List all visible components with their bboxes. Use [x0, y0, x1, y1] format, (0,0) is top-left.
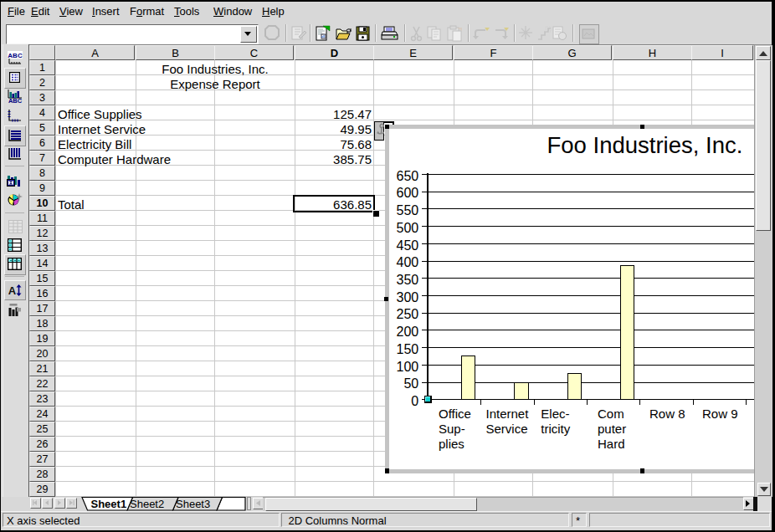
svg-text:100: 100 — [396, 360, 418, 374]
svg-text:ABC: ABC — [8, 97, 23, 103]
svg-text:50: 50 — [403, 376, 418, 391]
svg-text:400: 400 — [396, 255, 418, 269]
svg-text:450: 450 — [396, 238, 418, 253]
svg-text:200: 200 — [396, 325, 418, 339]
svg-text:Foo Industries, Inc.: Foo Industries, Inc. — [547, 132, 743, 158]
svg-text:250: 250 — [396, 307, 418, 321]
svg-text:300: 300 — [396, 290, 418, 304]
svg-text:500: 500 — [396, 221, 418, 235]
svg-text:A: A — [8, 284, 17, 296]
svg-text:650: 650 — [396, 169, 418, 183]
svg-text:0: 0 — [411, 394, 418, 408]
svg-text:ABC: ABC — [8, 52, 23, 59]
svg-text:600: 600 — [396, 186, 418, 200]
svg-text:150: 150 — [396, 342, 418, 356]
svg-text:550: 550 — [396, 203, 418, 217]
svg-text:350: 350 — [396, 273, 418, 287]
